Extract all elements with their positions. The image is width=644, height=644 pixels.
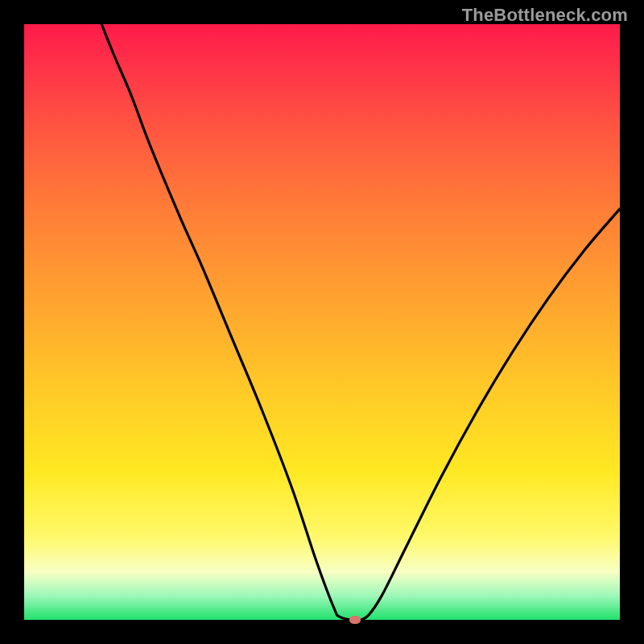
optimum-marker <box>349 616 361 624</box>
bottleneck-curve <box>101 24 620 620</box>
plot-area <box>24 24 620 620</box>
chart-frame: TheBottleneck.com <box>0 0 644 644</box>
curve-layer <box>24 24 620 620</box>
watermark-text: TheBottleneck.com <box>462 5 628 26</box>
